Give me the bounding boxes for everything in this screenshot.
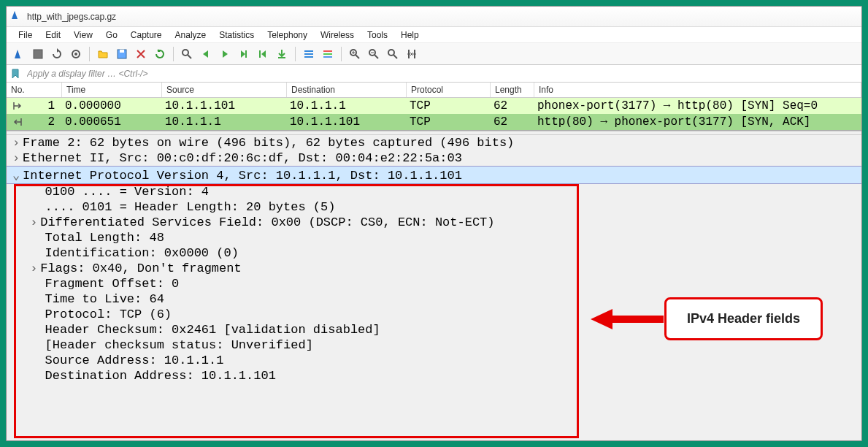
separator	[173, 47, 174, 61]
zoom-out-button[interactable]	[366, 46, 382, 62]
cell-src: 10.1.1.101	[162, 98, 287, 114]
cell-proto: TCP	[407, 114, 491, 130]
find-button[interactable]	[179, 46, 195, 62]
expand-icon[interactable]: ›	[12, 136, 23, 150]
svg-rect-7	[245, 50, 247, 58]
detail-ip-dstaddr[interactable]: Destination Address: 10.1.1.101	[7, 368, 861, 383]
detail-ipv4[interactable]: ⌄Internet Protocol Version 4, Src: 10.1.…	[7, 166, 861, 184]
svg-line-6	[188, 55, 191, 58]
cell-no: 2	[28, 114, 62, 130]
app-icon	[11, 9, 23, 23]
window-title: http_with_jpegs.cap.gz	[27, 12, 116, 22]
expand-icon[interactable]: ›	[30, 215, 40, 229]
resize-columns-button[interactable]	[404, 46, 420, 62]
svg-rect-15	[323, 56, 332, 58]
filter-bar	[7, 65, 861, 83]
col-info[interactable]: Info	[534, 83, 861, 97]
packet-row[interactable]: 1 0.000000 10.1.1.101 10.1.1.1 TCP 62 ph…	[7, 98, 861, 114]
zoom-in-button[interactable]	[347, 46, 363, 62]
restart-capture-button[interactable]	[49, 46, 65, 62]
col-destination[interactable]: Destination	[287, 83, 407, 97]
svg-line-21	[375, 55, 378, 58]
col-protocol[interactable]: Protocol	[407, 83, 491, 97]
related-marker-icon	[7, 114, 28, 130]
cell-dst: 10.1.1.101	[287, 114, 407, 130]
prev-packet-button[interactable]	[198, 46, 214, 62]
svg-line-24	[393, 55, 397, 58]
menu-go[interactable]: Go	[100, 28, 123, 42]
col-length[interactable]: Length	[491, 83, 534, 97]
separator	[89, 47, 90, 61]
app-window: http_with_jpegs.cap.gz File Edit View Go…	[6, 6, 862, 441]
annotation-callout: IPv4 Header fields	[587, 297, 823, 340]
expand-icon[interactable]: ›	[12, 151, 23, 165]
stop-capture-button[interactable]	[30, 46, 46, 62]
display-filter-input[interactable]	[24, 67, 859, 80]
col-time[interactable]: Time	[62, 83, 162, 97]
menu-help[interactable]: Help	[395, 28, 425, 42]
colorize-button[interactable]	[320, 46, 336, 62]
detail-ip-version[interactable]: 0100 .... = Version: 4	[7, 184, 861, 199]
detail-ip-totlen[interactable]: Total Length: 48	[7, 230, 861, 245]
detail-ip-dsfield[interactable]: ›Differentiated Services Field: 0x00 (DS…	[7, 215, 861, 230]
collapse-icon[interactable]: ⌄	[12, 167, 23, 183]
menu-telephony[interactable]: Telephony	[261, 28, 313, 42]
col-no[interactable]: No.	[7, 83, 62, 97]
menu-wireless[interactable]: Wireless	[315, 28, 360, 42]
menu-capture[interactable]: Capture	[125, 28, 168, 42]
arrow-icon	[587, 305, 667, 334]
cell-dst: 10.1.1.1	[287, 98, 407, 114]
cell-time: 0.000651	[62, 114, 162, 130]
bookmark-icon[interactable]	[9, 69, 21, 79]
svg-point-5	[183, 50, 188, 56]
cell-no: 1	[28, 98, 62, 114]
cell-info: phonex-port(3177) → http(80) [SYN] Seq=0	[534, 98, 861, 114]
first-packet-button[interactable]	[255, 46, 271, 62]
menu-view[interactable]: View	[68, 28, 99, 42]
titlebar: http_with_jpegs.cap.gz	[7, 7, 861, 27]
menu-edit[interactable]: Edit	[39, 28, 66, 42]
svg-point-2	[74, 53, 77, 56]
goto-packet-button[interactable]	[236, 46, 252, 62]
menu-file[interactable]: File	[12, 28, 38, 42]
reload-button[interactable]	[152, 46, 168, 62]
svg-rect-10	[304, 50, 313, 52]
autoscroll-button[interactable]	[301, 46, 317, 62]
detail-ip-srcaddr[interactable]: Source Address: 10.1.1.1	[7, 353, 861, 368]
detail-ip-ident[interactable]: Identification: 0x0000 (0)	[7, 245, 861, 261]
menu-analyze[interactable]: Analyze	[169, 28, 212, 42]
close-file-button[interactable]	[133, 46, 149, 62]
separator	[341, 47, 342, 61]
zoom-reset-button[interactable]	[385, 46, 401, 62]
svg-rect-11	[304, 53, 313, 55]
detail-frame[interactable]: ›Frame 2: 62 bytes on wire (496 bits), 6…	[7, 135, 861, 150]
packet-details-pane: ›Frame 2: 62 bytes on wire (496 bits), 6…	[7, 135, 861, 440]
cell-info: http(80) → phonex-port(3177) [SYN, ACK]	[534, 114, 861, 130]
svg-rect-8	[259, 50, 261, 58]
start-capture-button[interactable]	[11, 46, 27, 62]
save-button[interactable]	[114, 46, 130, 62]
cell-len: 62	[491, 98, 534, 114]
capture-options-button[interactable]	[68, 46, 84, 62]
next-packet-button[interactable]	[217, 46, 233, 62]
menu-statistics[interactable]: Statistics	[213, 28, 260, 42]
expand-icon[interactable]: ›	[30, 261, 40, 275]
detail-ip-flags[interactable]: ›Flags: 0x40, Don't fragment	[7, 261, 861, 276]
svg-rect-13	[323, 50, 332, 52]
toolbar	[7, 43, 861, 65]
svg-point-23	[388, 50, 394, 56]
open-button[interactable]	[95, 46, 111, 62]
menu-tools[interactable]: Tools	[361, 28, 393, 42]
cell-time: 0.000000	[62, 98, 162, 114]
detail-ip-hdrlen[interactable]: .... 0101 = Header Length: 20 bytes (5)	[7, 199, 861, 215]
annotation-label: IPv4 Header fields	[664, 297, 823, 340]
detail-ethernet[interactable]: ›Ethernet II, Src: 00:c0:df:20:6c:df, Ds…	[7, 150, 861, 166]
svg-rect-0	[34, 50, 42, 58]
svg-line-17	[356, 55, 359, 58]
detail-ip-fragoff[interactable]: Fragment Offset: 0	[7, 276, 861, 291]
packet-row[interactable]: 2 0.000651 10.1.1.1 10.1.1.101 TCP 62 ht…	[7, 114, 861, 130]
svg-rect-4	[120, 50, 124, 53]
last-packet-button[interactable]	[274, 46, 290, 62]
svg-rect-12	[304, 56, 313, 58]
col-source[interactable]: Source	[162, 83, 287, 97]
